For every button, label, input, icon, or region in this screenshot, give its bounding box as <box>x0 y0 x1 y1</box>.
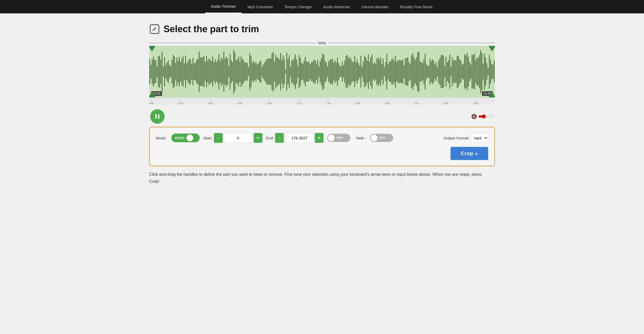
fade-in-toggle-text: OFF <box>336 136 343 140</box>
end-minus-button[interactable]: - <box>275 133 284 143</box>
svg-rect-1 <box>155 114 157 119</box>
page-title: Select the part to trim <box>164 24 259 35</box>
mode-text: KEEP <box>175 136 184 140</box>
main-content: Select the part to trim keep 00:00 02:56 <box>136 13 508 195</box>
waveform[interactable]: 00:00 02:56 <box>149 46 495 97</box>
crop-button[interactable]: Crop » <box>450 147 488 160</box>
end-plus-button[interactable]: + <box>315 133 324 143</box>
handle-left-bottom <box>149 92 156 97</box>
keep-label: keep <box>316 41 328 45</box>
mode-toggle[interactable]: KEEP <box>171 133 200 142</box>
svg-rect-2 <box>158 114 159 119</box>
pause-button[interactable] <box>150 109 165 124</box>
start-input[interactable] <box>224 133 252 143</box>
start-plus-button[interactable]: + <box>254 133 262 143</box>
handle-right-top <box>488 46 495 52</box>
fade-out-toggle-text: OFF <box>379 136 386 140</box>
instruction-text: Click and drag the handles to define the… <box>149 171 485 185</box>
output-format-group: Output Format mp3 wav ogg m4a <box>444 133 488 143</box>
playback-row: 🔇 <box>149 109 495 124</box>
volume-slider[interactable] <box>478 114 494 119</box>
handle-right[interactable] <box>489 46 495 97</box>
start-minus-button[interactable]: - <box>214 133 223 143</box>
mode-label: Mode: <box>156 136 167 140</box>
nav-audio-trimmer[interactable]: Audio Trimmer <box>205 0 242 13</box>
nav-volume-booster[interactable]: Volume Booster <box>356 0 394 13</box>
keep-line-right <box>328 43 495 43</box>
nav-mp3-converter[interactable]: Mp3 Converter <box>242 0 279 13</box>
handle-left[interactable] <box>149 46 155 97</box>
waveform-container: keep 00:00 02:56 0:000:150:300:451:001:1… <box>149 41 495 105</box>
crop-btn-row: Crop » <box>156 147 488 160</box>
controls-inner: Mode: KEEP Start: - + End: - + <box>156 133 488 143</box>
end-input[interactable] <box>285 133 313 143</box>
navigation: Audio Trimmer Mp3 Converter Tempo Change… <box>0 0 644 13</box>
nav-audio-reverser[interactable]: Audio Reverser <box>318 0 356 13</box>
volume-row: 🔇 <box>471 114 494 119</box>
end-label: End: <box>266 136 274 140</box>
output-format-select[interactable]: mp3 wav ogg m4a <box>471 133 488 143</box>
start-field-group: Start: - + <box>203 133 262 143</box>
keep-line-left <box>149 43 316 43</box>
nav-tempo-changer[interactable]: Tempo Changer <box>279 0 318 13</box>
edit-icon <box>149 24 160 35</box>
fade-dash-label: - fade - <box>354 136 366 140</box>
controls-box: Mode: KEEP Start: - + End: - + <box>149 127 495 166</box>
end-field-group: End: - + <box>266 133 324 143</box>
handle-left-top <box>149 46 156 52</box>
fade-in-toggle[interactable]: OFF <box>327 134 350 142</box>
fade-out-toggle-circle <box>371 135 377 141</box>
ruler: 0:000:150:300:451:001:151:301:452:002:15… <box>149 97 495 105</box>
keep-label-row: keep <box>149 41 495 45</box>
fade-in-toggle-circle <box>328 135 335 141</box>
output-format-label: Output Format <box>444 136 469 140</box>
handle-right-bottom <box>488 92 495 97</box>
nav-royalty-free-music[interactable]: Royalty Free Music <box>394 0 439 13</box>
start-label: Start: <box>203 136 213 140</box>
mode-toggle-circle <box>187 135 193 141</box>
title-row: Select the part to trim <box>149 24 495 35</box>
waveform-canvas <box>149 46 495 97</box>
fade-out-toggle[interactable]: OFF <box>370 134 393 142</box>
volume-icon: 🔇 <box>471 114 477 119</box>
